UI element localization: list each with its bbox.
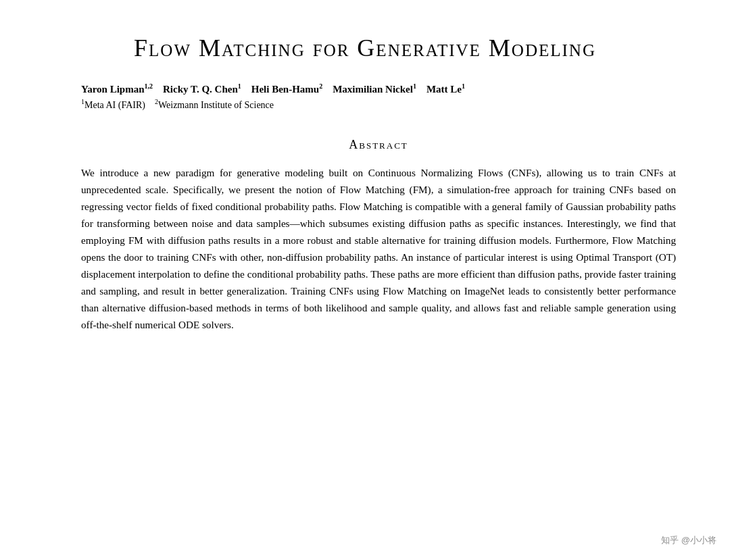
- affiliations-line: 1Meta AI (FAIR) 2Weizmann Institute of S…: [81, 98, 689, 111]
- page-title: Flow Matching for Generative Modeling: [41, 34, 689, 62]
- authors-section: Yaron Lipman1,2 Ricky T. Q. Chen1 Heli B…: [81, 82, 689, 111]
- watermark: 知乎 @小小将: [661, 534, 716, 546]
- authors-line: Yaron Lipman1,2 Ricky T. Q. Chen1 Heli B…: [81, 82, 689, 95]
- abstract-section: Abstract We introduce a new paradigm for…: [81, 138, 676, 334]
- abstract-title: Abstract: [81, 138, 676, 152]
- abstract-text: We introduce a new paradigm for generati…: [81, 164, 676, 334]
